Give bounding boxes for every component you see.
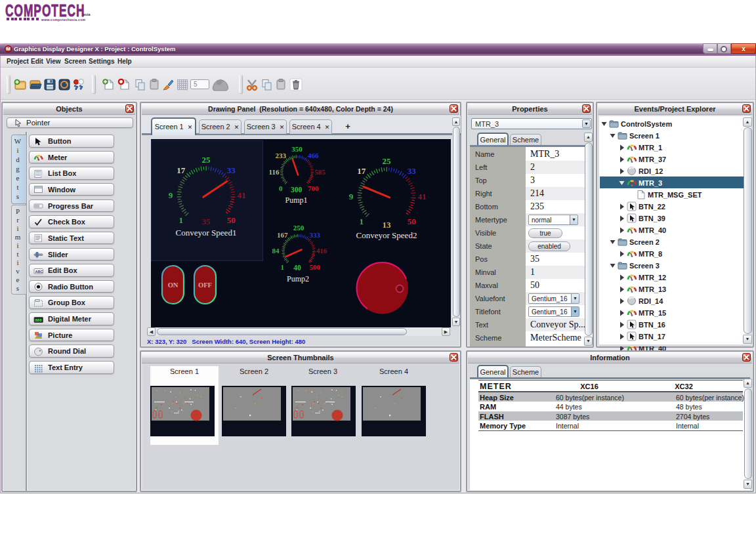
svg-text:9: 9	[349, 192, 354, 201]
svg-text:Conveyor Speed2: Conveyor Speed2	[356, 230, 417, 240]
svg-text:116: 116	[269, 168, 280, 176]
svg-text:OFF: OFF	[198, 281, 212, 289]
svg-text:41: 41	[238, 190, 246, 200]
svg-text:ON: ON	[168, 281, 178, 289]
svg-text:50: 50	[227, 215, 236, 225]
svg-text:33: 33	[227, 165, 236, 175]
svg-text:Pump1: Pump1	[285, 196, 307, 205]
svg-text:300: 300	[291, 186, 303, 194]
svg-text:1: 1	[281, 263, 285, 271]
svg-text:17: 17	[357, 166, 366, 176]
svg-text:9: 9	[169, 190, 173, 200]
svg-text:585: 585	[314, 168, 326, 176]
svg-text:416: 416	[316, 247, 327, 255]
svg-text:Pump2: Pump2	[287, 274, 309, 283]
svg-text:466: 466	[308, 152, 319, 159]
svg-text:35: 35	[202, 217, 211, 226]
svg-text:13: 13	[383, 220, 392, 230]
svg-text:40: 40	[293, 264, 301, 272]
svg-text:1: 1	[179, 215, 184, 225]
svg-text:0: 0	[279, 184, 283, 192]
svg-text:700: 700	[308, 184, 319, 192]
svg-text:233: 233	[276, 152, 287, 159]
svg-text:Conveyor Speed1: Conveyor Speed1	[176, 228, 237, 238]
svg-text:25: 25	[202, 155, 211, 165]
svg-text:17: 17	[177, 165, 186, 175]
svg-text:1: 1	[360, 217, 364, 226]
svg-text:350: 350	[291, 145, 303, 153]
svg-text:ABC: ABC	[35, 269, 43, 273]
svg-text:333: 333	[309, 231, 320, 239]
svg-text:167: 167	[277, 231, 288, 239]
svg-text:888: 888	[35, 318, 43, 322]
svg-text:250: 250	[293, 224, 304, 232]
svg-text:84: 84	[272, 247, 280, 255]
svg-text:50: 50	[408, 217, 416, 226]
svg-text:25: 25	[383, 156, 392, 166]
svg-text:33: 33	[408, 166, 417, 176]
svg-text:500: 500	[309, 263, 320, 271]
svg-text:41: 41	[418, 192, 427, 201]
